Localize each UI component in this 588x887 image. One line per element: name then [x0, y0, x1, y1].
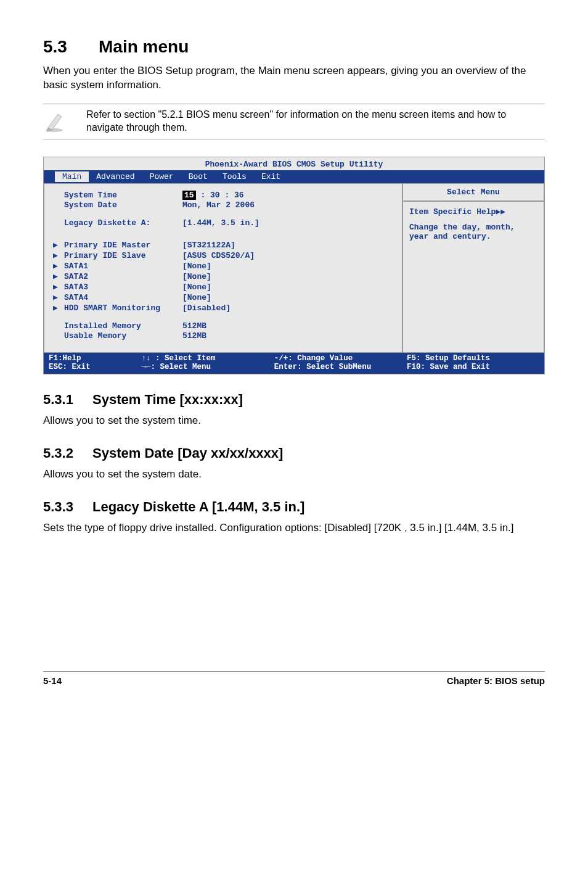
section-532-text: Allows you to set the system date.: [43, 468, 545, 482]
tab-main[interactable]: Main: [55, 171, 89, 182]
submenu-arrow-icon: ▶: [53, 240, 64, 250]
submenu-arrow-icon: ▶: [53, 282, 64, 292]
double-arrow-icon: ▶▶: [496, 207, 505, 217]
section-533-heading: 5.3.3Legacy Diskette A [1.44M, 3.5 in.]: [43, 499, 545, 515]
section-531-text: Allows you to set the system time.: [43, 414, 545, 428]
page-number: 5-14: [43, 675, 62, 686]
heading-title: Main menu: [99, 37, 189, 56]
tab-tools[interactable]: Tools: [215, 171, 254, 182]
intro-text: When you enter the BIOS Setup program, t…: [43, 64, 545, 93]
key-exit: ESC: Exit: [49, 363, 142, 371]
submenu-arrow-icon: ▶: [53, 292, 64, 302]
tab-boot[interactable]: Boot: [181, 171, 215, 182]
row-system-time[interactable]: System Time 15 : 30 : 36: [53, 191, 393, 200]
key-select-item: ↑↓ : Select Item: [142, 354, 274, 363]
row-hdd-smart[interactable]: ▶HDD SMART Monitoring [Disabled]: [53, 303, 393, 313]
row-sata1[interactable]: ▶SATA1 [None]: [53, 261, 393, 271]
note-text: Refer to section "5.2.1 BIOS menu screen…: [68, 108, 545, 134]
bios-title: Phoenix-Award BIOS CMOS Setup Utility: [44, 157, 544, 170]
svg-marker-1: [48, 114, 62, 130]
tab-advanced[interactable]: Advanced: [89, 171, 142, 182]
page-heading: 5.3Main menu: [43, 37, 545, 57]
bios-body: System Time 15 : 30 : 36 System Date Mon…: [44, 183, 544, 353]
help-title: Select Menu: [402, 183, 544, 201]
submenu-arrow-icon: ▶: [53, 303, 64, 313]
row-sata4[interactable]: ▶SATA4 [None]: [53, 292, 393, 302]
bios-help-panel: Select Menu Item Specific Help▶▶ Change …: [402, 183, 544, 353]
chapter-label: Chapter 5: BIOS setup: [447, 675, 545, 686]
time-hh-selected[interactable]: 15: [182, 191, 196, 200]
key-setup-defaults: F5: Setup Defaults: [407, 354, 539, 363]
submenu-arrow-icon: ▶: [53, 250, 64, 260]
row-legacy-diskette[interactable]: Legacy Diskette A: [1.44M, 3.5 in.]: [53, 218, 393, 228]
help-body: Item Specific Help▶▶ Change the day, mon…: [402, 201, 544, 353]
note-box: Refer to section "5.2.1 BIOS menu screen…: [43, 104, 545, 139]
key-select-submenu: Enter: Select SubMenu: [274, 363, 407, 371]
key-save-exit: F10: Save and Exit: [407, 363, 539, 371]
section-531-heading: 5.3.1System Time [xx:xx:xx]: [43, 392, 545, 408]
row-sata3[interactable]: ▶SATA3 [None]: [53, 282, 393, 292]
tab-power[interactable]: Power: [142, 171, 181, 182]
tab-exit[interactable]: Exit: [254, 171, 288, 182]
page-footer: 5-14 Chapter 5: BIOS setup: [43, 671, 545, 686]
row-usable-memory: Usable Memory 512MB: [53, 331, 393, 340]
row-primary-ide-slave[interactable]: ▶Primary IDE Slave [ASUS CDS520/A]: [53, 250, 393, 260]
key-select-menu: →←: Select Menu: [142, 363, 274, 371]
section-532-heading: 5.3.2System Date [Day xx/xx/xxxx]: [43, 445, 545, 461]
key-change-value: -/+: Change Value: [274, 354, 407, 363]
row-sata2[interactable]: ▶SATA2 [None]: [53, 271, 393, 281]
bios-footer: F1:Help ESC: Exit ↑↓ : Select Item →←: S…: [44, 353, 544, 374]
bios-menubar[interactable]: Main Advanced Power Boot Tools Exit: [44, 170, 544, 183]
row-system-date[interactable]: System Date Mon, Mar 2 2006: [53, 200, 393, 210]
key-help: F1:Help: [49, 354, 142, 363]
heading-num: 5.3: [43, 37, 99, 57]
submenu-arrow-icon: ▶: [53, 261, 64, 271]
bios-main-panel: System Time 15 : 30 : 36 System Date Mon…: [44, 183, 402, 353]
pencil-icon: [43, 108, 68, 135]
submenu-arrow-icon: ▶: [53, 271, 64, 281]
section-533-text: Sets the type of floppy drive installed.…: [43, 521, 545, 535]
bios-screen: Phoenix-Award BIOS CMOS Setup Utility Ma…: [43, 157, 545, 374]
row-primary-ide-master[interactable]: ▶Primary IDE Master [ST321122A]: [53, 240, 393, 250]
row-installed-memory: Installed Memory 512MB: [53, 321, 393, 331]
